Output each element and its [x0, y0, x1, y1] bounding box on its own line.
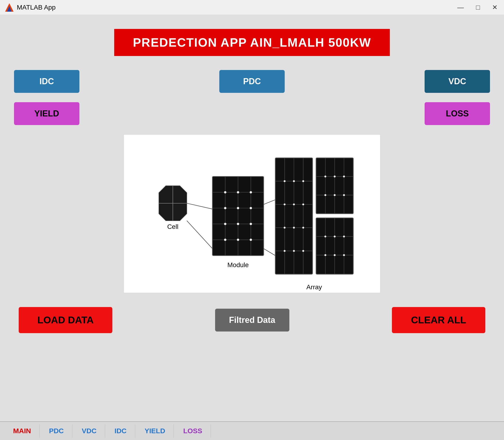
main-content: PREDECTION APP AIN_LMALH 500KW IDC PDC V…: [0, 15, 504, 421]
solar-image-container: Cell: [124, 134, 380, 293]
load-data-button[interactable]: LOAD DATA: [19, 307, 112, 333]
svg-point-51: [302, 250, 304, 252]
svg-point-47: [293, 227, 295, 229]
tab-pdc[interactable]: PDC: [41, 424, 72, 438]
svg-point-63: [343, 194, 345, 196]
tab-main[interactable]: MAIN: [5, 424, 40, 438]
svg-point-23: [224, 223, 226, 225]
close-button[interactable]: ✕: [490, 2, 499, 12]
svg-text:Cell: Cell: [167, 223, 178, 230]
button-row-1: IDC PDC VDC: [14, 70, 490, 93]
svg-point-27: [237, 239, 239, 241]
svg-point-60: [343, 176, 345, 177]
app-title: PREDECTION APP AIN_LMALH 500KW: [114, 29, 390, 56]
minimize-button[interactable]: —: [455, 3, 466, 12]
svg-point-48: [302, 227, 304, 229]
svg-point-21: [237, 207, 239, 209]
svg-point-74: [334, 254, 336, 256]
svg-point-73: [324, 254, 326, 256]
svg-point-49: [284, 250, 286, 252]
spacer: [79, 102, 425, 125]
svg-point-50: [293, 250, 295, 252]
tab-bar: MAIN PDC VDC IDC YIELD LOSS: [0, 421, 504, 440]
svg-text:Module: Module: [227, 261, 249, 269]
svg-point-58: [324, 176, 326, 177]
svg-point-19: [250, 191, 252, 193]
title-bar-controls: — □ ✕: [455, 2, 499, 12]
svg-point-40: [284, 180, 286, 182]
svg-point-71: [334, 236, 336, 237]
svg-point-24: [237, 223, 239, 225]
svg-point-26: [224, 239, 226, 241]
svg-point-43: [284, 204, 286, 205]
svg-point-41: [293, 180, 295, 182]
loss-button[interactable]: LOSS: [425, 102, 490, 125]
bottom-action-bar: LOAD DATA Filtred Data CLEAR ALL: [14, 307, 490, 333]
filtred-data-button[interactable]: Filtred Data: [215, 309, 289, 331]
tab-idc[interactable]: IDC: [106, 424, 135, 438]
svg-point-17: [224, 191, 226, 193]
svg-point-62: [334, 194, 336, 196]
button-row-2: YIELD LOSS: [14, 102, 490, 125]
title-bar-left: MATLAB App: [5, 3, 56, 12]
tab-vdc[interactable]: VDC: [73, 424, 105, 438]
svg-point-61: [324, 194, 326, 196]
svg-point-75: [343, 254, 345, 256]
svg-point-44: [293, 204, 295, 205]
svg-point-46: [284, 227, 286, 229]
svg-point-25: [250, 223, 252, 225]
svg-point-45: [302, 204, 304, 205]
idc-button[interactable]: IDC: [14, 70, 79, 93]
tab-loss[interactable]: LOSS: [175, 424, 211, 438]
svg-point-70: [324, 236, 326, 237]
title-bar: MATLAB App — □ ✕: [0, 0, 504, 15]
svg-point-18: [237, 191, 239, 193]
maximize-button[interactable]: □: [474, 3, 482, 12]
pdc-button[interactable]: PDC: [219, 70, 285, 93]
vdc-button[interactable]: VDC: [425, 70, 490, 93]
svg-point-22: [250, 207, 252, 209]
tab-yield[interactable]: YIELD: [136, 424, 174, 438]
svg-point-42: [302, 180, 304, 182]
svg-point-59: [334, 176, 336, 177]
svg-text:Array: Array: [306, 283, 322, 291]
svg-point-28: [250, 239, 252, 241]
app-window-title: MATLAB App: [17, 4, 56, 11]
yield-button[interactable]: YIELD: [14, 102, 79, 125]
svg-point-20: [224, 207, 226, 209]
clear-all-button[interactable]: CLEAR ALL: [392, 307, 485, 333]
matlab-icon: [5, 3, 14, 12]
solar-panel-illustration: Cell: [124, 135, 380, 293]
svg-point-72: [343, 236, 345, 237]
